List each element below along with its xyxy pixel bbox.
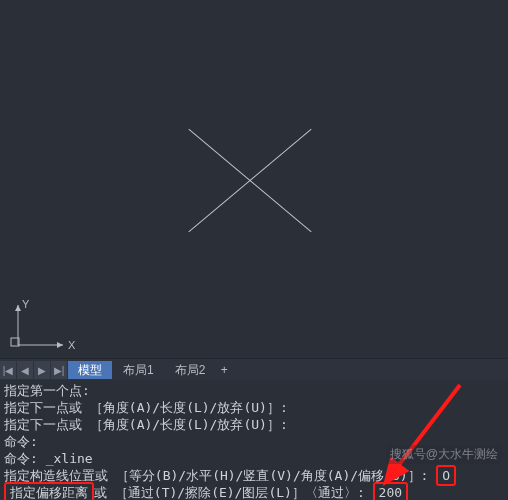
tab-nav-next[interactable]: ▶ [34, 361, 50, 379]
cmd-line: 指定下一点或 ［角度(A)/长度(L)/放弃(U)］: [4, 416, 504, 433]
highlight-offset-distance-value: 200 [373, 482, 408, 500]
tab-nav-last[interactable]: ▶| [51, 361, 67, 379]
ucs-x-label: X [68, 339, 76, 351]
cmd-line: 指定下一点或 ［角度(A)/长度(L)/放弃(U)］: [4, 399, 504, 416]
cmd-text: 或 ［通过(T)/擦除(E)/图层(L)］〈通过〉: [94, 485, 365, 500]
ucs-icon: X Y [8, 300, 78, 350]
svg-marker-3 [15, 305, 21, 311]
command-window[interactable]: 指定第一个点: 指定下一点或 ［角度(A)/长度(L)/放弃(U)］: 指定下一… [0, 380, 508, 500]
tab-layout2[interactable]: 布局2 [165, 361, 216, 379]
drawing-canvas[interactable]: X Y [0, 0, 508, 360]
tab-add[interactable]: + [216, 361, 232, 379]
layout-tab-bar: |◀ ◀ ▶ ▶| 模型 布局1 布局2 + [0, 358, 508, 382]
highlight-offset-option: O [436, 465, 456, 486]
tab-model[interactable]: 模型 [68, 361, 112, 379]
watermark: 搜狐号@大水牛测绘 [386, 445, 502, 464]
ucs-y-label: Y [22, 298, 30, 310]
cmd-line: 指定第一个点: [4, 382, 504, 399]
tab-nav-first[interactable]: |◀ [0, 361, 16, 379]
highlight-offset-distance-label: 指定偏移距离 [4, 482, 94, 500]
cmd-text: 指定构造线位置或 ［等分(B)/水平(H)/竖直(V)/角度(A)/偏移(O)］… [4, 468, 428, 483]
tab-layout1[interactable]: 布局1 [113, 361, 164, 379]
tab-nav-prev[interactable]: ◀ [17, 361, 33, 379]
svg-marker-1 [57, 342, 63, 348]
cmd-line: 指定偏移距离或 ［通过(T)/擦除(E)/图层(L)］〈通过〉: 200 [4, 484, 504, 500]
